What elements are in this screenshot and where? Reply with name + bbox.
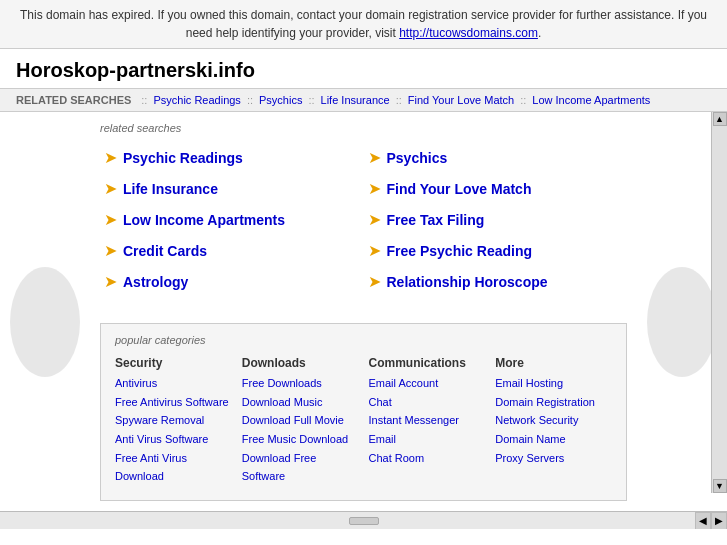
link-psychic-readings[interactable]: Psychic Readings [123,150,243,166]
popular-categories: popular categories Security Antivirus Fr… [100,323,627,501]
right-circle [647,267,717,377]
link-item: ➤ Relationship Horoscope [364,266,628,297]
cat-link-download-full-movie[interactable]: Download Full Movie [242,411,359,430]
scroll-down-button[interactable]: ▼ [713,479,727,493]
links-grid: ➤ Psychic Readings ➤ Psychics ➤ Life Ins… [100,142,627,297]
cat-link-chat[interactable]: Chat [369,393,486,412]
scroll-up-button[interactable]: ▲ [713,112,727,126]
cat-link-domain-name[interactable]: Domain Name [495,430,612,449]
bottom-scrollbar[interactable]: ◀ ▶ [0,511,727,529]
scroll-left-button[interactable]: ◀ [695,512,711,530]
link-astrology[interactable]: Astrology [123,274,188,290]
link-item: ➤ Free Psychic Reading [364,235,628,266]
related-searches-heading: related searches [100,122,627,134]
horizontal-scroll-indicator [349,517,379,525]
arrow-icon: ➤ [368,272,381,291]
center-links: related searches ➤ Psychic Readings ➤ Ps… [90,112,637,307]
link-item: ➤ Psychics [364,142,628,173]
related-bar-link-4[interactable]: Find Your Love Match [408,94,514,106]
bottom-scroll-arrows[interactable]: ◀ ▶ [695,512,727,530]
cat-link-free-downloads[interactable]: Free Downloads [242,374,359,393]
link-item: ➤ Find Your Love Match [364,173,628,204]
arrow-icon: ➤ [104,241,117,260]
cat-link-proxy-servers[interactable]: Proxy Servers [495,449,612,468]
arrow-icon: ➤ [368,148,381,167]
link-psychics[interactable]: Psychics [387,150,448,166]
related-searches-bar: RELATED SEARCHES :: Psychic Readings :: … [0,88,727,112]
popular-categories-label: popular categories [115,334,612,346]
notification-bar: This domain has expired. If you owned th… [0,0,727,49]
category-security: Security Antivirus Free Antivirus Softwa… [115,356,232,486]
link-relationship-horoscope[interactable]: Relationship Horoscope [387,274,548,290]
link-free-psychic-reading[interactable]: Free Psychic Reading [387,243,533,259]
right-scrollbar[interactable]: ▲ ▼ [711,112,727,493]
arrow-icon: ➤ [368,179,381,198]
category-communications: Communications Email Account Chat Instan… [369,356,486,486]
related-bar-link-2[interactable]: Psychics [259,94,302,106]
scroll-right-button[interactable]: ▶ [711,512,727,530]
link-find-your-love-match[interactable]: Find Your Love Match [387,181,532,197]
left-circle [10,267,80,377]
cat-link-network-security[interactable]: Network Security [495,411,612,430]
related-bar-label: RELATED SEARCHES [16,94,131,106]
arrow-icon: ➤ [104,148,117,167]
link-life-insurance[interactable]: Life Insurance [123,181,218,197]
cat-link-chat-room[interactable]: Chat Room [369,449,486,468]
link-item: ➤ Astrology [100,266,364,297]
cat-link-download-free-software[interactable]: Download Free Software [242,449,359,486]
category-more-header: More [495,356,612,370]
category-downloads-header: Downloads [242,356,359,370]
main-content: related searches ➤ Psychic Readings ➤ Ps… [0,112,727,511]
link-item: ➤ Life Insurance [100,173,364,204]
cat-link-domain-registration[interactable]: Domain Registration [495,393,612,412]
cat-link-spyware-removal[interactable]: Spyware Removal [115,411,232,430]
cat-link-free-music-download[interactable]: Free Music Download [242,430,359,449]
arrow-icon: ➤ [104,272,117,291]
cat-link-email-hosting[interactable]: Email Hosting [495,374,612,393]
arrow-icon: ➤ [104,210,117,229]
link-item: ➤ Psychic Readings [100,142,364,173]
category-communications-header: Communications [369,356,486,370]
cat-link-free-anti-virus-download[interactable]: Free Anti Virus Download [115,449,232,486]
cat-link-email-account[interactable]: Email Account [369,374,486,393]
arrow-icon: ➤ [368,210,381,229]
related-bar-link-3[interactable]: Life Insurance [321,94,390,106]
link-free-tax-filing[interactable]: Free Tax Filing [387,212,485,228]
arrow-icon: ➤ [368,241,381,260]
related-bar-link-1[interactable]: Psychic Readings [153,94,240,106]
category-more: More Email Hosting Domain Registration N… [495,356,612,486]
left-decoration [0,112,90,511]
notification-text: This domain has expired. If you owned th… [20,8,707,40]
categories-grid: Security Antivirus Free Antivirus Softwa… [115,356,612,486]
related-bar-link-5[interactable]: Low Income Apartments [532,94,650,106]
cat-link-antivirus[interactable]: Antivirus [115,374,232,393]
category-downloads: Downloads Free Downloads Download Music … [242,356,359,486]
notification-link[interactable]: http://tucowsdomains.com [399,26,538,40]
link-credit-cards[interactable]: Credit Cards [123,243,207,259]
link-item: ➤ Credit Cards [100,235,364,266]
cat-link-anti-virus-software[interactable]: Anti Virus Software [115,430,232,449]
link-item: ➤ Free Tax Filing [364,204,628,235]
cat-link-download-music[interactable]: Download Music [242,393,359,412]
link-item: ➤ Low Income Apartments [100,204,364,235]
link-low-income-apartments[interactable]: Low Income Apartments [123,212,285,228]
site-title: Horoskop-partnerski.info [0,49,727,88]
category-security-header: Security [115,356,232,370]
cat-link-instant-messenger[interactable]: Instant Messenger [369,411,486,430]
arrow-icon: ➤ [104,179,117,198]
cat-link-free-antivirus-software[interactable]: Free Antivirus Software [115,393,232,412]
cat-link-email[interactable]: Email [369,430,486,449]
